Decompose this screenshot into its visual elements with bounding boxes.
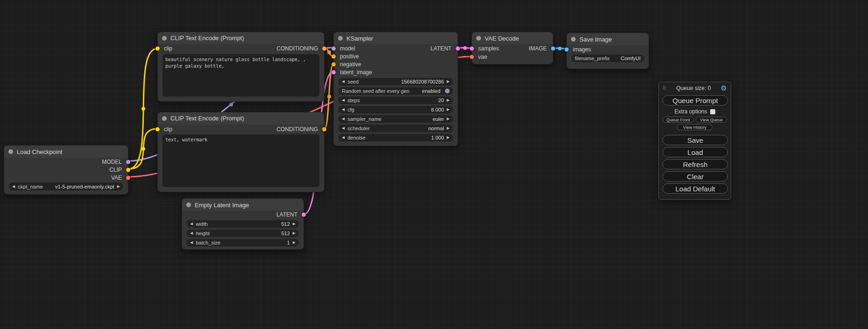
increment-arrow-icon[interactable]: ▶ [293, 222, 296, 226]
node-clip-text-encode-positive[interactable]: CLIP Text Encode (Prompt) clip CONDITION… [157, 32, 325, 102]
load-button[interactable]: Load [663, 147, 728, 157]
filename-prefix-widget[interactable]: filename_prefix ComfyUI [572, 55, 644, 62]
node-collapse-dot[interactable] [476, 36, 481, 41]
clip-input-slot[interactable] [155, 47, 160, 51]
conditioning-output-slot[interactable] [322, 127, 326, 131]
increment-arrow-icon[interactable]: ▶ [447, 126, 450, 130]
latent-output-slot[interactable] [456, 46, 460, 50]
node-title-bar[interactable]: Empty Latent Image [182, 199, 303, 211]
positive-slot-row: positive [334, 52, 458, 60]
model-input-slot[interactable] [332, 46, 336, 50]
random-seed-toggle-widget[interactable]: Random seed after every gen enabled [339, 87, 453, 95]
clear-button[interactable]: Clear [663, 171, 728, 182]
node-save-image[interactable]: Save Image images filename_prefix ComfyU… [566, 33, 649, 69]
decrement-arrow-icon[interactable]: ◀ [342, 98, 345, 102]
node-collapse-dot[interactable] [162, 36, 167, 41]
clip-slot-row: clip CONDITIONING [158, 125, 324, 134]
decrement-arrow-icon[interactable]: ◀ [190, 222, 193, 226]
negative-prompt-textarea[interactable]: text, watermark [162, 134, 319, 187]
increment-arrow-icon[interactable]: ▶ [447, 108, 450, 112]
widget-value: enabled [422, 88, 440, 94]
extra-options-checkbox[interactable] [710, 109, 715, 114]
height-widget[interactable]: ◀ height 512 ▶ [187, 230, 299, 237]
toggle-knob[interactable] [445, 89, 450, 93]
image-output-slot[interactable] [551, 47, 555, 51]
node-collapse-dot[interactable] [8, 149, 13, 154]
images-slot-row: images [567, 45, 649, 54]
queue-panel[interactable]: ⠿ Queue size: 0 ⚙ Queue Prompt Extra opt… [658, 82, 731, 200]
images-input-slot[interactable] [565, 48, 569, 52]
node-empty-latent-image[interactable]: Empty Latent Image LATENT ◀ width 512 ▶ … [182, 198, 304, 250]
decrement-arrow-icon[interactable]: ◀ [190, 231, 193, 235]
load-default-button[interactable]: Load Default [663, 183, 728, 194]
node-collapse-dot[interactable] [571, 37, 576, 42]
node-vae-decode[interactable]: VAE Decode samples IMAGE vae [472, 32, 553, 64]
batch-size-widget[interactable]: ◀ batch_size 1 ▶ [187, 239, 299, 246]
extra-options-label: Extra options [674, 108, 707, 115]
positive-input-slot[interactable] [332, 54, 336, 58]
view-history-button[interactable]: View History [677, 124, 713, 130]
samples-input-slot[interactable] [470, 47, 474, 51]
conditioning-output-slot[interactable] [322, 47, 326, 51]
increment-arrow-icon[interactable]: ▶ [117, 185, 120, 189]
denoise-widget[interactable]: ◀ denoise 1.000 ▶ [339, 134, 453, 141]
drag-handle-icon[interactable]: ⠿ [663, 85, 666, 91]
node-title-bar[interactable]: KSampler [334, 32, 458, 44]
vae-input-slot[interactable] [470, 55, 474, 59]
node-title-bar[interactable]: CLIP Text Encode (Prompt) [158, 112, 324, 125]
node-clip-text-encode-negative[interactable]: CLIP Text Encode (Prompt) clip CONDITION… [157, 112, 325, 192]
latent-image-slot-row: latent_image [334, 68, 458, 76]
queue-prompt-button[interactable]: Queue Prompt [663, 95, 728, 105]
increment-arrow-icon[interactable]: ▶ [293, 231, 296, 235]
decrement-arrow-icon[interactable]: ◀ [12, 185, 15, 189]
decrement-arrow-icon[interactable]: ◀ [342, 117, 345, 121]
node-title: Empty Latent Image [195, 202, 249, 209]
decrement-arrow-icon[interactable]: ◀ [342, 126, 345, 130]
node-title-bar[interactable]: VAE Decode [472, 32, 553, 44]
steps-widget[interactable]: ◀ steps 20 ▶ [339, 97, 453, 104]
save-button[interactable]: Save [663, 135, 728, 145]
node-collapse-dot[interactable] [162, 116, 167, 121]
view-queue-button[interactable]: View Queue [696, 117, 727, 123]
increment-arrow-icon[interactable]: ▶ [293, 241, 296, 245]
queue-panel-header[interactable]: ⠿ Queue size: 0 ⚙ [659, 82, 731, 93]
queue-front-button[interactable]: Queue Front [663, 117, 694, 123]
widget-label: seed [347, 79, 359, 84]
increment-arrow-icon[interactable]: ▶ [447, 136, 450, 140]
increment-arrow-icon[interactable]: ▶ [447, 80, 450, 84]
node-title-bar[interactable]: Save Image [567, 33, 649, 45]
node-title-bar[interactable]: Load Checkpoint [4, 146, 128, 158]
link-image-midpoint-dot [558, 47, 562, 50]
clip-output-slot[interactable] [126, 168, 130, 172]
node-title-bar[interactable]: CLIP Text Encode (Prompt) [158, 32, 324, 44]
seed-widget[interactable]: ◀ seed 156680208700286 ▶ [339, 78, 453, 85]
node-canvas[interactable]: { "icons": { "arrow_left": "◀", "arrow_r… [0, 0, 868, 329]
increment-arrow-icon[interactable]: ▶ [447, 117, 450, 121]
decrement-arrow-icon[interactable]: ◀ [190, 241, 193, 245]
decrement-arrow-icon[interactable]: ◀ [342, 136, 345, 140]
positive-prompt-textarea[interactable]: beautiful scenery nature glass bottle la… [162, 54, 319, 97]
clip-input-slot[interactable] [155, 127, 160, 131]
negative-input-slot[interactable] [332, 62, 336, 66]
node-ksampler[interactable]: KSampler model LATENT positive negative … [333, 32, 458, 146]
decrement-arrow-icon[interactable]: ◀ [342, 80, 345, 84]
latent-image-input-slot[interactable] [332, 70, 336, 74]
decrement-arrow-icon[interactable]: ◀ [342, 108, 345, 112]
width-widget[interactable]: ◀ width 512 ▶ [187, 220, 299, 228]
ckpt-name-widget[interactable]: ◀ ckpt_name v1-5-pruned-emaonly.ckpt ▶ [9, 182, 123, 190]
sampler-name-widget[interactable]: ◀ sampler_name euler ▶ [339, 115, 453, 123]
vae-output-slot[interactable] [126, 175, 130, 180]
increment-arrow-icon[interactable]: ▶ [447, 98, 450, 102]
refresh-button[interactable]: Refresh [663, 159, 728, 169]
latent-output-slot[interactable] [302, 213, 306, 217]
conditioning-output-label: CONDITIONING [276, 126, 318, 133]
scheduler-widget[interactable]: ◀ scheduler normal ▶ [339, 125, 453, 132]
cfg-widget[interactable]: ◀ cfg 8.000 ▶ [339, 106, 453, 113]
node-load-checkpoint[interactable]: Load Checkpoint MODEL CLIP VAE ◀ ckpt_na… [4, 145, 128, 195]
node-collapse-dot[interactable] [338, 36, 343, 41]
node-collapse-dot[interactable] [186, 203, 191, 207]
image-output-label: IMAGE [529, 45, 547, 52]
widget-value: euler [432, 116, 444, 122]
settings-gear-icon[interactable]: ⚙ [721, 84, 727, 92]
model-output-slot[interactable] [126, 160, 130, 164]
